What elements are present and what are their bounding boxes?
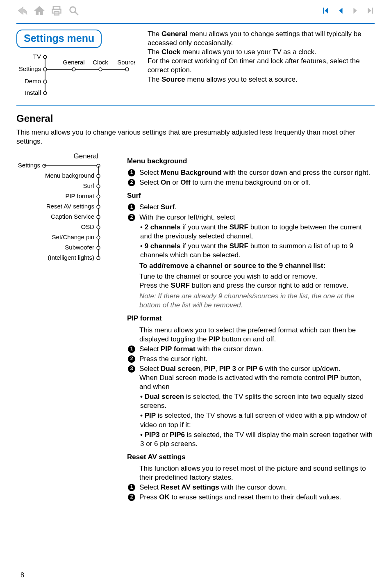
pip-step-3: 3 Select Dual screen, PIP, PIP 3 or PIP … [127,364,375,391]
pip-bullet-3: PIP3 or PIP6 is selected, the TV will di… [140,430,375,448]
surf-note: Note: If there are already 9 channels/so… [139,292,375,310]
svg-point-3 [70,7,76,13]
step-two-icon: 2 [128,494,135,501]
surf-step-2: 2 With the cursor left/right, select [127,213,375,222]
reset-heading: Reset AV settings [127,453,375,462]
svg-point-11 [72,68,75,71]
pip-step-2: 2 Press the cursor right. [127,355,375,364]
svg-point-36 [97,256,100,260]
pip-bullet-1: Dual screen is selected, the TV splits t… [140,392,375,410]
next-page-icon[interactable] [351,6,360,18]
back-icon[interactable] [16,5,28,19]
svg-point-28 [97,215,100,219]
svg-point-24 [97,195,100,198]
diag-top-2: Source [117,59,135,66]
svg-point-22 [97,185,100,188]
general-diagram: General Settings Menu background Surf PI… [16,153,111,268]
pip-bullet-2: PIP is selected, the TV shows a full scr… [140,411,375,429]
svg-point-26 [97,205,100,208]
step-two-icon: 2 [128,179,135,186]
step-three-icon: 3 [128,365,135,373]
surf-bullet-1: 2 channels if you want the SURF button t… [140,223,375,241]
svg-point-9 [43,80,47,83]
svg-point-30 [97,226,100,229]
svg-line-4 [75,12,78,15]
diag-left-2: Demo [25,78,41,85]
prev-page-icon[interactable] [336,6,345,18]
pip-heading: PIP format [127,314,375,323]
step-two-icon: 2 [128,214,135,221]
print-icon[interactable] [51,5,62,19]
svg-text:OSD: OSD [81,223,94,230]
surf-step-1: 1 Select Surf. [127,203,375,212]
reset-step-1: 1 Select Reset AV settings with the curs… [127,483,375,492]
diag-top-1: Clock [93,59,108,66]
svg-text:General: General [74,153,98,160]
svg-point-10 [43,92,47,95]
pip-step-1: 1 Select PIP format with the cursor down… [127,345,375,354]
svg-point-20 [97,174,100,178]
first-page-icon[interactable] [321,6,330,18]
svg-point-13 [125,68,129,71]
separator-2 [16,105,375,106]
menu-background-heading: Menu background [127,157,375,166]
menu-bg-step-2: 2 Select On or Off to turn the menu back… [127,178,375,187]
svg-point-12 [99,68,102,71]
reset-step-2: 2 Press OK to erase settings and reset t… [127,493,375,502]
svg-text:Reset AV settings: Reset AV settings [46,203,94,210]
svg-text:Surf: Surf [83,182,94,189]
settings-menu-diagram: TV Settings Demo Install General Clock S… [16,50,135,100]
last-page-icon[interactable] [366,6,375,18]
svg-point-7 [43,55,47,59]
general-heading: General [16,112,375,125]
svg-text:(Intelligent lights): (Intelligent lights) [48,254,94,261]
svg-text:PIP format: PIP format [65,192,94,199]
svg-point-32 [97,236,100,239]
svg-point-34 [97,246,100,249]
separator [16,23,375,24]
top-toolbar [16,5,375,19]
menu-bg-step-1: 1 Select Menu Background with the cursor… [127,168,375,177]
svg-text:Set/Change pin: Set/Change pin [52,233,94,240]
svg-text:Caption Service: Caption Service [51,213,94,220]
svg-text:Subwoofer: Subwoofer [65,244,94,251]
surf-addremove-body: Tune to the channel or source you wish t… [139,272,375,290]
top-block: Settings menu TV Settings Demo Install G… [16,30,375,102]
step-one-icon: 1 [128,484,135,491]
general-intro: This menu allows you to change various s… [16,128,375,146]
surf-heading: Surf [127,191,375,200]
intro-text: The General menu allows you to change se… [148,30,375,84]
diag-left-1: Settings [19,65,41,72]
step-two-icon: 2 [128,355,135,363]
pip-intro: This menu allows you to select the prefe… [139,326,375,344]
svg-text:Menu background: Menu background [45,172,94,179]
toolbar-right [321,6,375,18]
diag-top-0: General [63,59,84,66]
surf-bullet-2: 9 channels if you want the SURF button t… [140,242,375,260]
reset-intro: This function allows you to reset most o… [139,464,375,482]
settings-menu-title: Settings menu [16,30,102,48]
diag-left-3: Install [25,89,41,96]
svg-text:Settings: Settings [18,162,40,169]
step-one-icon: 1 [128,204,135,211]
home-icon[interactable] [34,5,45,19]
surf-addremove-title: To add/remove a channel or source to the… [139,261,375,270]
diag-left-0: TV [33,53,41,60]
search-icon[interactable] [68,5,80,19]
toolbar-left [16,5,80,19]
step-one-icon: 1 [128,169,135,176]
svg-point-8 [43,68,47,71]
step-one-icon: 1 [128,345,135,353]
